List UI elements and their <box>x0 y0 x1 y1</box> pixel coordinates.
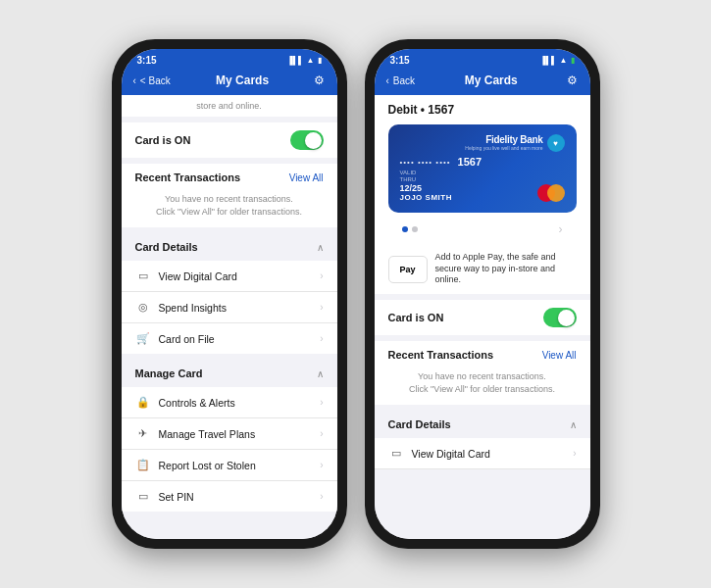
left-manage-card-menu: 🔒 Controls & Alerts › ✈ Manage Travel Pl… <box>122 387 337 512</box>
left-spend-insights-label: Spend Insights <box>159 302 313 314</box>
left-set-pin-item[interactable]: ▭ Set PIN › <box>122 481 337 512</box>
right-apple-pay-logo: Pay <box>399 265 415 274</box>
left-spend-insights-chevron: › <box>320 302 323 313</box>
left-travel-plans-item[interactable]: ✈ Manage Travel Plans › <box>122 418 337 450</box>
left-card-details-title: Card Details <box>135 241 198 253</box>
right-card-last-four: 1567 <box>458 156 482 168</box>
right-bank-logo: Fidelity Bank Helping you live well and … <box>465 134 542 151</box>
left-card-details-header: Card Details ∧ <box>122 233 337 261</box>
left-card-toggle[interactable] <box>290 130 324 150</box>
right-view-digital-card-item[interactable]: ▭ View Digital Card › <box>375 438 590 469</box>
left-view-digital-chevron: › <box>320 270 323 281</box>
left-manage-card-header: Manage Card ∧ <box>122 360 337 387</box>
left-time: 3:15 <box>137 55 157 66</box>
right-dots-row <box>402 226 418 232</box>
left-report-lost-label: Report Lost or Stolen <box>159 460 313 471</box>
right-dot-2 <box>412 226 418 232</box>
left-card-icon: ▭ <box>135 270 151 282</box>
right-card-status-label: Card is ON <box>388 312 444 323</box>
right-card-bottom: VALIDTHRU 12/25 JOJO SMITH <box>400 170 565 202</box>
right-view-digital-card-label: View Digital Card <box>412 448 566 460</box>
right-cardholder-name: JOJO SMITH <box>400 193 452 202</box>
right-carousel-chevron[interactable]: › <box>559 222 563 236</box>
right-mc-yellow-circle <box>547 184 565 202</box>
right-back-button[interactable]: ‹ Back <box>386 75 416 86</box>
left-phone: 3:15 ▐▌▌ ▲ ▮ ‹ < Back My Cards ⚙ store a… <box>112 39 347 549</box>
right-card-toggle[interactable] <box>543 308 577 327</box>
right-card-valid-area: VALIDTHRU 12/25 JOJO SMITH <box>400 170 452 202</box>
right-card-header: Debit • 1567 Fidelity Bank Helping you l… <box>375 95 590 244</box>
right-nav-title: My Cards <box>465 74 518 87</box>
left-spend-insights-item[interactable]: ◎ Spend Insights › <box>122 292 337 323</box>
left-transactions-header: Recent Transactions View All <box>122 164 337 187</box>
right-time: 3:15 <box>390 55 410 66</box>
right-bank-logo-area: Fidelity Bank Helping you live well and … <box>400 134 565 152</box>
left-view-digital-card-label: View Digital Card <box>159 270 313 282</box>
right-view-digital-chevron: › <box>573 448 576 459</box>
left-store-text: store and online. <box>122 95 337 117</box>
right-debit-title: Debit • 1567 <box>388 103 577 117</box>
left-view-all-link[interactable]: View All <box>289 172 324 183</box>
right-mastercard-logo <box>537 184 565 202</box>
right-card-dots: •••• •••• •••• <box>400 158 451 167</box>
left-nav-title: My Cards <box>216 74 269 87</box>
left-card-on-file-item[interactable]: 🛒 Card on File › <box>122 323 337 354</box>
right-status-bar: 3:15 ▐▌▌ ▲ ▮ <box>375 49 590 70</box>
right-view-all-link[interactable]: View All <box>542 350 577 361</box>
left-battery-icon: ▮ <box>318 56 322 65</box>
right-battery-icon: ▮ <box>571 56 575 65</box>
right-apple-pay-icon: Pay <box>388 256 428 283</box>
left-view-digital-card-item[interactable]: ▭ View Digital Card › <box>122 261 337 292</box>
right-card-details-header: Card Details ∧ <box>375 411 590 438</box>
right-bank-tagline: Helping you live well and earn more <box>465 145 542 151</box>
left-card-on-file-chevron: › <box>320 333 323 344</box>
left-controls-alerts-item[interactable]: 🔒 Controls & Alerts › <box>122 387 337 418</box>
left-manage-card-chevron: ∧ <box>317 368 324 379</box>
right-dot-1 <box>402 226 408 232</box>
left-transactions-title: Recent Transactions <box>135 172 241 183</box>
left-back-button[interactable]: ‹ < Back <box>133 75 171 86</box>
left-nav-bar: ‹ < Back My Cards ⚙ <box>122 70 337 95</box>
left-pin-icon: ▭ <box>135 490 151 503</box>
right-status-icons: ▐▌▌ ▲ ▮ <box>540 56 575 65</box>
left-card-status-label: Card is ON <box>135 134 191 146</box>
left-cart-icon: 🛒 <box>135 332 151 345</box>
left-report-lost-item[interactable]: 📋 Report Lost or Stolen › <box>122 450 337 481</box>
right-transactions-title: Recent Transactions <box>388 349 494 361</box>
left-controls-chevron: › <box>320 397 323 408</box>
left-set-pin-chevron: › <box>320 491 323 502</box>
left-scroll-content: store and online. Card is ON Recent Tran… <box>122 95 337 539</box>
right-scroll-content: Debit • 1567 Fidelity Bank Helping you l… <box>375 95 590 539</box>
right-carousel-dots: › <box>388 219 577 240</box>
right-phone: 3:15 ▐▌▌ ▲ ▮ ‹ Back My Cards ⚙ Debit • 1… <box>365 39 600 549</box>
right-nav-bar: ‹ Back My Cards ⚙ <box>375 70 590 95</box>
right-back-chevron: ‹ <box>386 75 389 86</box>
left-status-bar: 3:15 ▐▌▌ ▲ ▮ <box>122 49 337 70</box>
right-signal-icon: ▐▌▌ <box>540 56 557 65</box>
right-apple-pay-banner: Pay Add to Apple Pay, the safe and secur… <box>375 244 590 294</box>
left-wifi-icon: ▲ <box>307 56 315 65</box>
left-back-chevron: ‹ <box>133 75 136 86</box>
right-card-details-menu: ▭ View Digital Card › <box>375 438 590 469</box>
right-card-expiry: 12/25 <box>400 183 452 193</box>
left-insights-icon: ◎ <box>135 301 151 314</box>
left-card-details-menu: ▭ View Digital Card › ◎ Spend Insights ›… <box>122 261 337 354</box>
left-status-icons: ▐▌▌ ▲ ▮ <box>287 56 322 65</box>
right-bank-heart-icon: ♥ <box>547 134 565 152</box>
right-bank-name: Fidelity Bank <box>465 134 542 145</box>
left-travel-plans-label: Manage Travel Plans <box>159 428 313 440</box>
right-card-number-row: •••• •••• •••• 1567 <box>400 156 565 168</box>
right-apple-pay-description: Add to Apple Pay, the safe and secure wa… <box>435 252 577 286</box>
right-card-icon: ▭ <box>388 447 404 460</box>
right-credit-card: Fidelity Bank Helping you live well and … <box>388 124 577 213</box>
left-transactions-empty: You have no recent transactions. Click "… <box>122 187 337 227</box>
right-transactions-header: Recent Transactions View All <box>375 341 590 365</box>
left-gear-icon[interactable]: ⚙ <box>314 74 325 87</box>
right-card-on-toggle-row: Card is ON <box>375 300 590 335</box>
left-card-details-chevron: ∧ <box>317 242 324 253</box>
left-travel-icon: ✈ <box>135 427 151 440</box>
right-gear-icon[interactable]: ⚙ <box>567 74 578 87</box>
right-wifi-icon: ▲ <box>560 56 568 65</box>
right-card-details-title: Card Details <box>388 418 451 430</box>
left-manage-card-title: Manage Card <box>135 368 203 379</box>
